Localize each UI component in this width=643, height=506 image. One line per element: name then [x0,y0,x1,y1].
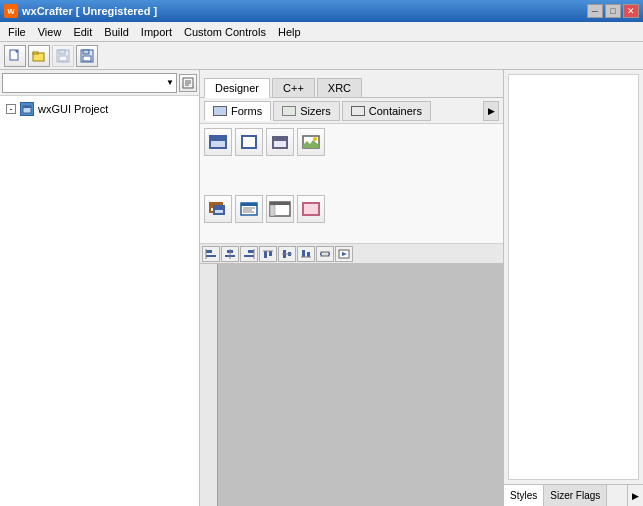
menu-import[interactable]: Import [135,24,178,40]
palette-tab-forms[interactable]: Forms [204,101,271,121]
props-tab-styles[interactable]: Styles [504,485,544,506]
mdi-frame-shape [209,202,227,216]
svg-rect-28 [270,205,275,216]
svg-rect-5 [33,52,38,54]
left-panel: ▼ - wxGUI Project [0,70,200,506]
close-button[interactable]: ✕ [623,4,639,18]
svg-rect-36 [244,255,254,257]
palette-tab-sizers[interactable]: Sizers [273,101,340,121]
align-right-button[interactable] [240,246,258,262]
palette-image-icon[interactable] [297,128,325,156]
left-toolbar: ▼ [0,70,199,96]
title-bar: w wxCrafter [ Unregistered ] ─ □ ✕ [0,0,643,22]
svg-rect-11 [83,56,91,61]
forms-tab-icon [213,106,227,116]
form-shape [209,135,227,149]
main-toolbar [0,42,643,70]
menu-bar: File View Edit Build Import Custom Contr… [0,22,643,42]
dialog-shape [272,136,288,149]
palette-icons-area [200,124,503,244]
svg-rect-45 [307,252,310,257]
right-panel: Designer C++ XRC Forms Sizers Containers… [200,70,503,506]
palette-htmlwin-icon[interactable] [235,195,263,223]
menu-view[interactable]: View [32,24,68,40]
svg-rect-7 [59,50,65,54]
svg-rect-27 [270,202,290,205]
palette-scroll-right[interactable]: ▶ [483,101,499,121]
menu-file[interactable]: File [2,24,32,40]
svg-rect-39 [269,251,272,256]
align-top-button[interactable] [259,246,277,262]
save-disabled-button[interactable] [52,45,74,67]
maximize-button[interactable]: □ [605,4,621,18]
align-center-button[interactable] [221,246,239,262]
align-bottom-button[interactable] [297,246,315,262]
props-tabs-more[interactable]: ▶ [627,485,643,506]
menu-build[interactable]: Build [98,24,134,40]
main-layout: ▼ - wxGUI Project [0,70,643,506]
app-icon: w [4,4,18,18]
minimize-button[interactable]: ─ [587,4,603,18]
properties-area [508,74,639,480]
panel-shape [241,135,257,149]
svg-rect-22 [241,203,257,206]
htmlwin-shape [240,202,258,216]
tree-expand-icon[interactable]: - [6,104,16,114]
palette-frame-icon[interactable] [204,195,232,223]
align-left-button[interactable] [202,246,220,262]
svg-rect-44 [302,250,305,257]
project-dropdown[interactable]: ▼ [2,73,177,93]
svg-rect-10 [83,50,89,54]
designer-wrapper [200,244,503,506]
svg-rect-29 [206,250,212,253]
wizard-shape [302,202,320,216]
window-controls[interactable]: ─ □ ✕ [587,4,639,18]
palette-bar: Forms Sizers Containers ▶ [200,98,503,124]
menu-custom-controls[interactable]: Custom Controls [178,24,272,40]
svg-rect-17 [23,106,31,108]
svg-point-20 [313,137,317,141]
containers-tab-icon [351,106,365,116]
svg-rect-35 [248,250,254,253]
tab-xrc[interactable]: XRC [317,78,362,97]
menu-edit[interactable]: Edit [67,24,98,40]
title-bar-left: w wxCrafter [ Unregistered ] [4,4,157,18]
designer-canvas[interactable] [218,264,503,506]
svg-rect-8 [59,56,67,61]
palette-aui-icon[interactable] [266,195,294,223]
palette-panel-icon[interactable] [235,128,263,156]
aui-shape [269,201,291,217]
preview-button[interactable] [335,246,353,262]
props-tab-sizer-flags[interactable]: Sizer Flags [544,485,607,506]
sizers-tab-label: Sizers [300,105,331,117]
project-settings-button[interactable] [179,74,197,92]
palette-dialog-icon[interactable] [266,128,294,156]
project-label: wxGUI Project [38,103,108,115]
window-title: wxCrafter [ Unregistered ] [22,5,157,17]
forms-tab-label: Forms [231,105,262,117]
properties-tabs: Styles Sizer Flags ▶ [504,484,643,506]
save-button[interactable] [76,45,98,67]
svg-rect-38 [264,251,267,258]
svg-rect-30 [206,255,216,257]
project-icon [20,102,34,116]
tab-cpp[interactable]: C++ [272,78,315,97]
properties-panel: Styles Sizer Flags ▶ [503,70,643,506]
project-tree: - wxGUI Project [0,96,199,506]
tab-designer[interactable]: Designer [204,78,270,98]
palette-form-icon[interactable] [204,128,232,156]
image-panel-shape [302,135,320,149]
palette-tab-containers[interactable]: Containers [342,101,431,121]
sizers-tab-icon [282,106,296,116]
editor-tabs: Designer C++ XRC [200,70,503,98]
expand-h-button[interactable] [316,246,334,262]
containers-tab-label: Containers [369,105,422,117]
tree-root[interactable]: - wxGUI Project [4,100,195,118]
designer-inner-toolbar [200,244,503,264]
palette-pink-icon[interactable] [297,195,325,223]
open-button[interactable] [28,45,50,67]
align-mid-button[interactable] [278,246,296,262]
new-button[interactable] [4,45,26,67]
menu-help[interactable]: Help [272,24,307,40]
ruler-vertical [200,264,218,506]
